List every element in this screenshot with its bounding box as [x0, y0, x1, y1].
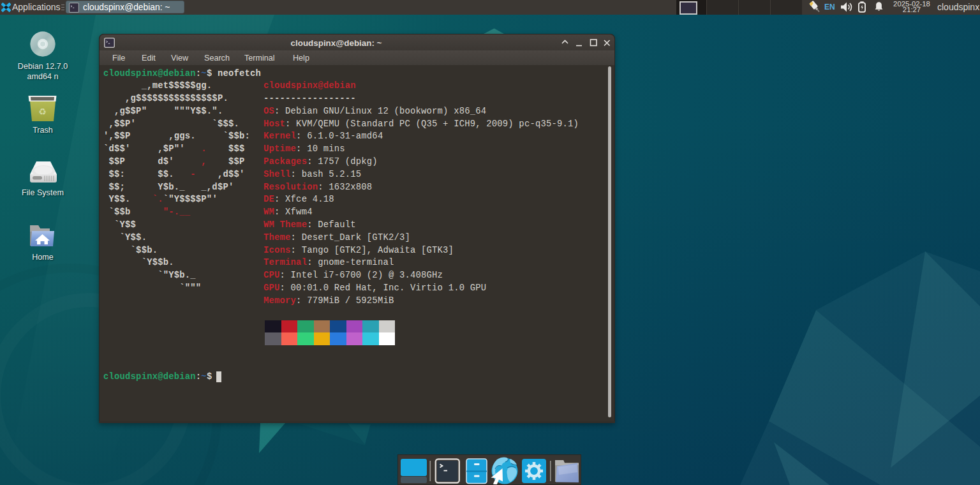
svg-text:♻: ♻	[38, 107, 47, 117]
